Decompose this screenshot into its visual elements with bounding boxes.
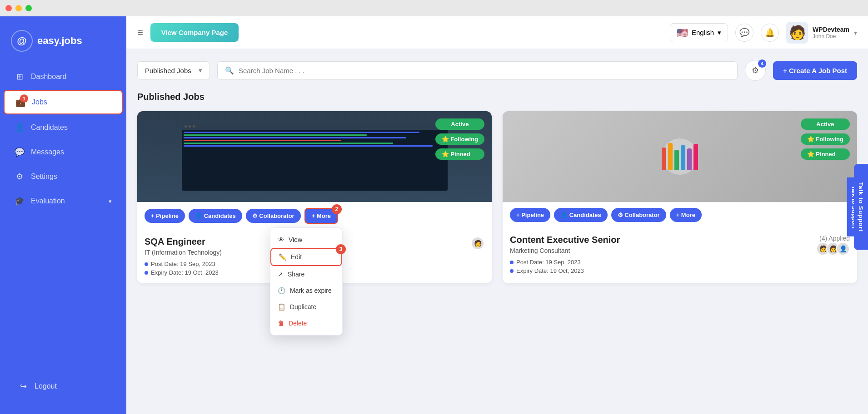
menu-icon[interactable]: ≡ [137, 27, 143, 39]
user-name: John Doe [813, 33, 849, 39]
section-title: Published Jobs [137, 92, 857, 102]
content-area: Published Jobs ▾ 🔍 ⚙ 4 + Create A Job Po… [126, 49, 868, 414]
card-actions-1: + Pipeline 👤 Candidates ⚙ Collaborator +… [137, 202, 492, 229]
evaluation-icon: 🎓 [15, 196, 25, 206]
dot-icon [145, 271, 148, 275]
dropdown-view[interactable]: 👁 View [270, 232, 342, 248]
logo-text: easy.jobs [37, 35, 82, 47]
job-card-2: Active ⭐ Following ⭐ Pinned + Pipeline 👤… [503, 111, 857, 283]
following-badge-1: ⭐ Following [435, 133, 484, 145]
card-meta-2: Post Date: 19 Sep, 2023 Expiry Date: 19 … [510, 259, 850, 274]
more-button-1[interactable]: + More 2 [304, 208, 338, 224]
filter-button[interactable]: ⚙ 4 [745, 60, 766, 81]
job-subtitle-2: Marketing Consultant [510, 247, 620, 254]
pipeline-button-1[interactable]: + Pipeline [145, 209, 185, 223]
more-button-2[interactable]: + More [670, 208, 702, 222]
minimize-button[interactable] [15, 5, 22, 11]
card-actions-2: + Pipeline 👤 Candidates ⚙ Collaborator +… [503, 202, 857, 227]
support-button[interactable]: Talk to Support [854, 164, 868, 250]
dropdown-mark-expire[interactable]: 🕐 Mark as expire [270, 282, 342, 299]
sidebar-item-dashboard[interactable]: ⊞ Dashboard [4, 65, 123, 88]
lang-chevron-icon: ▾ [718, 29, 721, 37]
main-content: ≡ View Company Page 🇺🇸 English ▾ 💬 🔔 🧑 W… [126, 16, 868, 414]
pinned-badge-2: ⭐ Pinned [801, 148, 850, 160]
sidebar-navigation: ⊞ Dashboard 💼 Jobs 1 👤 Candidates 💬 Mess… [0, 65, 126, 368]
messages-icon: 💬 [15, 147, 25, 157]
view-label: View [289, 236, 302, 243]
candidates-button-2[interactable]: 👤 Candidates [554, 208, 608, 222]
applied-info-2: (4) Applied 🧑 👩 👤 [816, 235, 850, 256]
logo-icon: @ [11, 30, 33, 52]
collaborator-button-2[interactable]: ⚙ Collaborator [611, 208, 666, 222]
card-badges-2: Active ⭐ Following ⭐ Pinned [801, 118, 850, 160]
sidebar-item-candidates[interactable]: 👤 Candidates [4, 116, 123, 139]
job-card-image-2: Active ⭐ Following ⭐ Pinned [503, 111, 857, 202]
dropdown-delete[interactable]: 🗑 Delete [270, 315, 342, 331]
logout-label: Logout [35, 382, 57, 390]
sidebar-bottom: ↪ Logout [0, 368, 126, 405]
share-label: Share [288, 271, 304, 278]
sidebar-item-messages[interactable]: 💬 Messages [4, 141, 123, 163]
sidebar-item-evaluation[interactable]: 🎓 Evaluation ▾ [4, 190, 123, 212]
sidebar-item-settings[interactable]: ⚙ Settings [4, 165, 123, 188]
notifications-button[interactable]: 🔔 [761, 24, 779, 42]
view-icon: 👁 [278, 236, 284, 243]
mark-expire-label: Mark as expire [290, 287, 332, 294]
search-box: 🔍 [217, 61, 738, 80]
sidebar-item-label: Settings [31, 172, 57, 181]
create-job-button[interactable]: + Create A Job Post [773, 61, 857, 80]
active-badge-2: Active [801, 118, 850, 130]
dropdown-edit[interactable]: ✏️ Edit 3 [270, 248, 342, 266]
chevron-down-icon: ▾ [109, 198, 112, 205]
close-button[interactable] [5, 5, 12, 11]
job-filter-dropdown[interactable]: Published Jobs ▾ [137, 61, 210, 79]
sidebar-item-jobs[interactable]: 💼 Jobs 1 [4, 90, 123, 114]
applied-count-2: (4) Applied [816, 235, 850, 242]
sidebar-item-logout[interactable]: ↪ Logout [7, 375, 119, 398]
search-icon: 🔍 [225, 66, 234, 75]
share-icon: ↗ [278, 271, 283, 278]
marker-cup [662, 138, 698, 175]
language-selector[interactable]: 🇺🇸 English ▾ [670, 23, 728, 42]
job-title-2: Content Executive Senior [510, 235, 620, 245]
candidates-button-1[interactable]: 👤 Candidates [189, 209, 242, 223]
card-badges-1: Active ⭐ Following ⭐ Pinned [435, 118, 484, 160]
pinned-badge-1: ⭐ Pinned [435, 148, 484, 160]
logout-icon: ↪ [18, 381, 28, 391]
dashboard-icon: ⊞ [15, 72, 25, 82]
duplicate-label: Duplicate [290, 303, 316, 310]
card-title-group: SQA Engineer IT (Information Technology) [145, 237, 222, 261]
dot-icon [510, 261, 514, 264]
user-text: WPDevteam John Doe [813, 26, 849, 39]
applicant-avatars-2: 🧑 👩 👤 [816, 242, 850, 256]
maximize-button[interactable] [25, 5, 32, 11]
jobs-badge: 1 [20, 94, 28, 103]
avatar-2c: 👤 [836, 242, 850, 256]
card-title-group-2: Content Executive Senior Marketing Consu… [510, 235, 620, 259]
laptop-screen [182, 123, 448, 191]
filter-count-badge: 4 [758, 59, 766, 68]
user-profile[interactable]: 🧑 WPDevteam John Doe ▾ [786, 22, 857, 44]
dot-icon [145, 262, 148, 266]
avatar: 🧑 [789, 25, 806, 40]
duplicate-icon: 📋 [278, 303, 285, 310]
card-body-2: Content Executive Senior Marketing Consu… [503, 227, 857, 281]
collaborator-button-1[interactable]: ⚙ Collaborator [246, 209, 301, 223]
view-company-button[interactable]: View Company Page [150, 23, 239, 42]
edit-label: Edit [291, 253, 302, 261]
dropdown-duplicate[interactable]: 📋 Duplicate [270, 299, 342, 315]
sidebar-item-label: Dashboard [31, 73, 66, 81]
title-bar [0, 0, 868, 16]
user-chevron-icon: ▾ [854, 29, 857, 36]
bell-icon: 🔔 [765, 28, 775, 38]
filter-label: Published Jobs [145, 67, 191, 74]
search-input[interactable] [239, 67, 730, 74]
dropdown-share[interactable]: ↗ Share [270, 266, 342, 282]
chat-button[interactable]: 💬 [735, 24, 753, 42]
delete-icon: 🗑 [278, 320, 284, 327]
pipeline-button-2[interactable]: + Pipeline [510, 208, 550, 222]
step-badge-3: 3 [336, 244, 346, 254]
user-avatar-frame: 🧑 [786, 22, 808, 44]
step-badge-2: 2 [332, 204, 342, 214]
filter-chevron-icon: ▾ [199, 66, 202, 74]
